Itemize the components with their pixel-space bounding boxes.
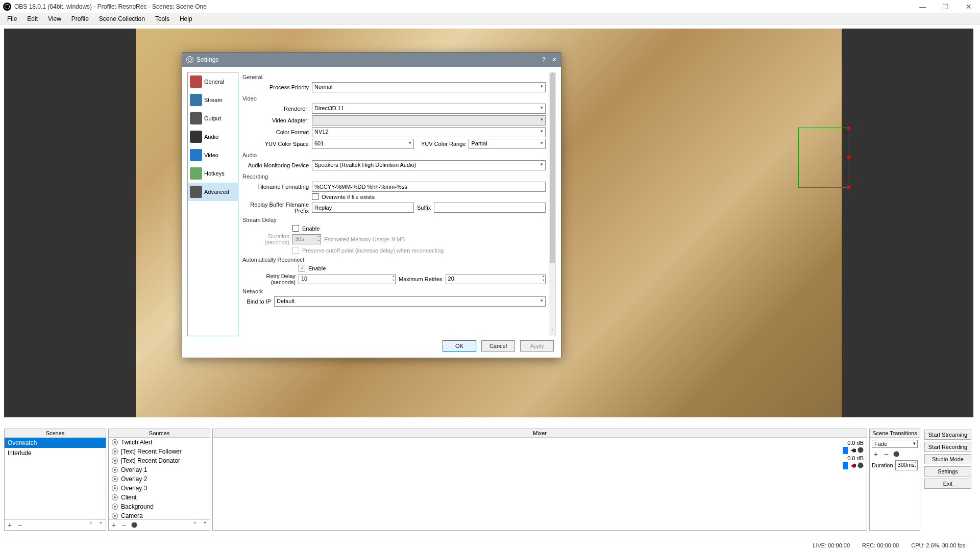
menu-view[interactable]: View — [44, 14, 65, 23]
audio-monitoring-select[interactable]: Speakers (Realtek High Definition Audio) — [312, 160, 546, 170]
scene-item[interactable]: Interlude — [5, 448, 106, 458]
speaker-muted-icon[interactable] — [851, 463, 854, 468]
retry-delay-input[interactable]: 10 — [299, 274, 396, 284]
visibility-toggle-icon[interactable] — [112, 467, 118, 473]
auto-reconnect-enable-checkbox[interactable]: ✓ — [299, 265, 305, 271]
stream-delay-enable-checkbox[interactable] — [292, 225, 299, 232]
source-item[interactable]: Overlay 2 — [109, 474, 210, 484]
start-streaming-button[interactable]: Start Streaming — [924, 430, 971, 440]
menu-help[interactable]: Help — [176, 14, 197, 23]
add-scene-button[interactable]: + — [6, 521, 14, 529]
transition-duration-input[interactable]: 300ms — [895, 460, 918, 470]
source-item[interactable]: [Text] Recent Follower — [109, 447, 210, 456]
source-properties-button[interactable] — [130, 521, 138, 529]
video-adapter-label: Video Adapter: — [242, 117, 309, 123]
replay-prefix-input[interactable] — [312, 203, 414, 213]
menu-tools[interactable]: Tools — [151, 14, 174, 23]
visibility-toggle-icon[interactable] — [112, 448, 118, 455]
settings-category-general[interactable]: General — [188, 72, 238, 91]
dialog-close-button[interactable]: ✕ — [552, 56, 557, 63]
menu-file[interactable]: File — [3, 14, 21, 23]
mixer-settings-icon[interactable] — [857, 447, 864, 454]
add-source-button[interactable]: + — [110, 521, 118, 529]
resize-handle-icon[interactable] — [847, 127, 850, 130]
remove-source-button[interactable]: − — [120, 521, 128, 529]
scenes-list[interactable]: Overwatch Interlude — [5, 438, 106, 519]
settings-category-audio[interactable]: Audio — [188, 128, 238, 146]
source-item[interactable]: Overlay 1 — [109, 465, 210, 474]
apply-button[interactable]: Apply — [520, 340, 554, 352]
source-item[interactable]: [Text] Recent Donator — [109, 456, 210, 465]
transition-properties-button[interactable] — [892, 450, 900, 458]
source-selection-box[interactable] — [798, 128, 849, 188]
settings-category-output[interactable]: Output — [188, 109, 238, 128]
renderer-select[interactable]: Direct3D 11 — [312, 104, 546, 114]
close-button[interactable]: ✕ — [957, 0, 980, 13]
visibility-toggle-icon[interactable] — [112, 485, 118, 491]
remove-scene-button[interactable]: − — [16, 521, 24, 529]
mixer-settings-icon[interactable] — [857, 462, 864, 469]
scene-item[interactable]: Overwatch — [5, 438, 106, 448]
settings-dialog-titlebar[interactable]: Settings ? ✕ — [182, 53, 561, 67]
yuv-color-space-select[interactable]: 601 — [312, 139, 414, 149]
filename-formatting-input[interactable] — [312, 182, 546, 192]
stream-delay-estimate: Estimated Memory Usage: 9 MB — [324, 236, 405, 242]
menu-edit[interactable]: Edit — [23, 14, 42, 23]
scroll-thumb[interactable] — [550, 73, 555, 263]
move-source-up-button[interactable]: ˄ — [190, 521, 199, 529]
visibility-toggle-icon[interactable] — [112, 439, 118, 445]
cancel-button[interactable]: Cancel — [481, 340, 515, 352]
menu-profile[interactable]: Profile — [67, 14, 93, 23]
sources-list[interactable]: Twitch Alert[Text] Recent Follower[Text]… — [109, 438, 210, 519]
source-item[interactable]: Background — [109, 502, 210, 511]
start-recording-button[interactable]: Start Recording — [924, 442, 971, 452]
source-item[interactable]: Camera — [109, 511, 210, 519]
maximize-button[interactable]: ☐ — [934, 0, 957, 13]
visibility-toggle-icon[interactable] — [112, 458, 118, 464]
source-item[interactable]: Twitch Alert — [109, 438, 210, 447]
minimize-button[interactable]: — — [911, 0, 934, 13]
source-item[interactable]: Client — [109, 493, 210, 502]
bind-ip-select[interactable]: Default — [274, 296, 546, 307]
move-scene-up-button[interactable]: ˄ — [86, 521, 94, 529]
add-transition-button[interactable]: + — [872, 450, 880, 458]
section-heading-audio: Audio — [242, 152, 546, 158]
visibility-toggle-icon[interactable] — [112, 476, 118, 482]
source-item[interactable]: Overlay 3 — [109, 484, 210, 493]
source-label: [Text] Recent Donator — [121, 457, 180, 464]
ok-button[interactable]: OK — [443, 340, 476, 352]
sources-panel: Sources Twitch Alert[Text] Recent Follow… — [108, 429, 210, 531]
settings-form[interactable]: General Process Priority Normal Video Re… — [242, 72, 548, 336]
overwrite-checkbox[interactable] — [312, 193, 318, 200]
visibility-toggle-icon[interactable] — [112, 504, 118, 510]
suffix-input[interactable] — [434, 203, 546, 213]
move-source-down-button[interactable]: ˅ — [201, 521, 209, 529]
settings-category-video[interactable]: Video — [188, 146, 238, 164]
exit-button[interactable]: Exit — [924, 479, 971, 489]
transition-select[interactable]: Fade — [872, 440, 918, 448]
visibility-toggle-icon[interactable] — [112, 494, 118, 500]
move-scene-down-button[interactable]: ˅ — [96, 521, 105, 529]
settings-scrollbar[interactable]: ˄ ˅ — [549, 72, 556, 336]
settings-categories-list[interactable]: GeneralStreamOutputAudioVideoHotkeysAdva… — [187, 72, 238, 336]
max-retries-input[interactable]: 20 — [446, 274, 546, 284]
settings-button[interactable]: Settings — [924, 466, 971, 477]
settings-category-hotkeys[interactable]: Hotkeys — [188, 164, 238, 183]
transitions-panel: Scene Transitions Fade + − Duration 300m… — [869, 429, 920, 531]
settings-category-stream[interactable]: Stream — [188, 91, 238, 109]
speaker-icon[interactable] — [851, 448, 854, 453]
category-icon — [190, 76, 202, 88]
remove-transition-button[interactable]: − — [882, 450, 890, 458]
visibility-toggle-icon[interactable] — [112, 513, 118, 519]
dialog-help-button[interactable]: ? — [542, 56, 546, 63]
yuv-color-range-select[interactable]: Partial — [469, 139, 546, 149]
resize-handle-icon[interactable] — [847, 156, 850, 159]
resize-handle-icon[interactable] — [847, 186, 850, 189]
category-icon — [190, 186, 202, 198]
studio-mode-button[interactable]: Studio Mode — [924, 454, 971, 464]
scroll-down-icon[interactable]: ˅ — [549, 329, 555, 336]
process-priority-select[interactable]: Normal — [312, 82, 546, 92]
menu-scene-collection[interactable]: Scene Collection — [95, 14, 149, 23]
settings-category-advanced[interactable]: Advanced — [188, 183, 238, 201]
color-format-select[interactable]: NV12 — [312, 127, 546, 137]
